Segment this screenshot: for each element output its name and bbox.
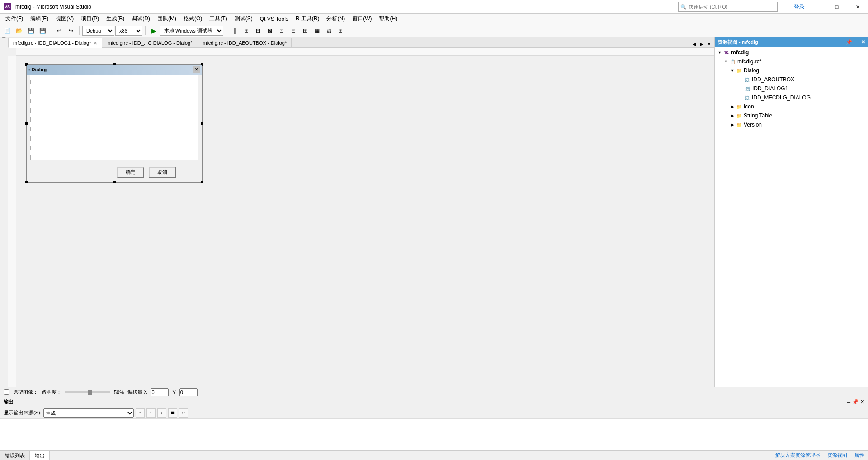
new-file-button[interactable]: 📄: [2, 25, 13, 36]
menu-test[interactable]: 测试(S): [231, 14, 256, 24]
tab-aboutbox[interactable]: mfcdlg.rc - IDD_ABOUTBOX - Dialog*: [198, 38, 292, 47]
resize-handle-bl[interactable]: [25, 181, 28, 183]
save-button[interactable]: 💾: [25, 25, 36, 36]
tree-idd-dialog1[interactable]: 🖼 IDD_DIALOG1: [715, 84, 868, 93]
toolbar-btn-13[interactable]: ▧: [323, 25, 334, 36]
output-stop-btn[interactable]: ⏹: [168, 408, 177, 418]
resize-handle-br[interactable]: [201, 181, 203, 183]
resize-handle-ml[interactable]: [25, 122, 28, 125]
platform-dropdown[interactable]: x86 x64: [115, 26, 142, 36]
tree-idd-mfcdlg[interactable]: 🖼 IDD_MFCDLG_DIALOG: [715, 93, 868, 102]
expand-dialog[interactable]: ▼: [729, 67, 736, 74]
config-dropdown[interactable]: Debug Release: [82, 26, 114, 36]
tree-idd-aboutbox[interactable]: 🖼 IDD_ABOUTBOX: [715, 75, 868, 84]
output-pin-btn[interactable]: 📌: [852, 399, 859, 405]
menu-file[interactable]: 文件(F): [2, 14, 27, 24]
canvas-background[interactable]: ▪ Dialog ✕ 确定 取消: [16, 56, 714, 387]
toolbar-btn-14[interactable]: ⊞: [335, 25, 346, 36]
expand-icon-group[interactable]: ▶: [729, 103, 736, 110]
minimize-button[interactable]: ─: [806, 0, 826, 14]
tab-scroll-right[interactable]: ▶: [698, 40, 705, 47]
tree-icon-group[interactable]: ▶ 📁 Icon: [715, 102, 868, 111]
toolbar-sep-2: [79, 26, 80, 35]
tab-dialog1-close[interactable]: ✕: [94, 41, 97, 46]
tab-g-dialog[interactable]: mfcdlg.rc - IDD_...G DIALOG - Dialog*: [103, 38, 197, 47]
quick-launch-input[interactable]: [689, 4, 777, 9]
toolbar-btn-11[interactable]: ⊞: [300, 25, 311, 36]
resource-view-close[interactable]: ✕: [861, 39, 865, 45]
toolbar-btn-10[interactable]: ⊟: [288, 25, 299, 36]
toolbar-btn-6[interactable]: ⊞: [241, 25, 252, 36]
project-icon: 🏗: [723, 49, 730, 56]
tab-dropdown[interactable]: ▾: [705, 40, 712, 47]
menu-qt[interactable]: Qt VS Tools: [256, 14, 292, 24]
expand-rc[interactable]: ▼: [723, 58, 729, 65]
toolbar-btn-9[interactable]: ⊡: [276, 25, 287, 36]
expand-version[interactable]: ▶: [729, 122, 736, 128]
run-button[interactable]: ▶: [148, 25, 159, 36]
toolbar-btn-7[interactable]: ⊟: [253, 25, 264, 36]
output-close-btn[interactable]: ✕: [860, 399, 864, 405]
close-button[interactable]: ✕: [847, 0, 868, 14]
dialog-icon: ▪: [28, 67, 30, 72]
expand-string-table[interactable]: ▶: [729, 113, 736, 119]
tree-idd-aboutbox-label: IDD_ABOUTBOX: [752, 76, 794, 83]
resource-view-minimize[interactable]: ─: [855, 39, 859, 45]
maximize-button[interactable]: □: [826, 0, 847, 14]
menu-team[interactable]: 团队(M): [154, 14, 180, 24]
menu-view[interactable]: 视图(V): [52, 14, 77, 24]
bottom-tab-output[interactable]: 输出: [30, 451, 50, 460]
properties-link[interactable]: 属性: [854, 452, 864, 459]
solution-explorer-link[interactable]: 解决方案资源管理器: [775, 452, 820, 459]
menu-format[interactable]: 格式(O): [180, 14, 206, 24]
output-up-btn[interactable]: ↑: [146, 408, 156, 418]
dialog-window[interactable]: ▪ Dialog ✕ 确定 取消: [26, 64, 203, 183]
opacity-slider-thumb[interactable]: [88, 390, 92, 395]
resource-view-pin[interactable]: 📌: [846, 39, 852, 45]
open-button[interactable]: 📂: [14, 25, 24, 36]
save-all-button[interactable]: 💾: [37, 25, 48, 36]
resize-handle-bc[interactable]: [113, 181, 116, 183]
offset-y-input[interactable]: [179, 388, 198, 396]
undo-button[interactable]: ↩: [54, 25, 65, 36]
output-down-btn[interactable]: ↓: [157, 408, 166, 418]
menu-tools[interactable]: 工具(T): [206, 14, 231, 24]
tree-dialog-group[interactable]: ▼ 📁 Dialog: [715, 66, 868, 75]
tree-idd-mfcdlg-label: IDD_MFCDLG_DIALOG: [752, 94, 811, 101]
tree-root[interactable]: ▼ 🏗 mfcdlg: [715, 48, 868, 57]
tree-version-group[interactable]: ▶ 📁 Version: [715, 120, 868, 129]
menu-build[interactable]: 生成(B): [103, 14, 128, 24]
offset-x-input[interactable]: [151, 388, 169, 396]
redo-button[interactable]: ↪: [66, 25, 76, 36]
menu-analyze[interactable]: 分析(N): [323, 14, 349, 24]
tree-rc-file[interactable]: ▼ 📋 mfcdlg.rc*: [715, 57, 868, 66]
toolbar-btn-8[interactable]: ⊠: [264, 25, 275, 36]
output-source-select[interactable]: 生成: [43, 408, 134, 418]
toolbar-btn-5[interactable]: ‖: [229, 25, 240, 36]
run-target-dropdown[interactable]: 本地 Windows 调试器: [160, 26, 223, 36]
menu-help[interactable]: 帮助(H): [375, 14, 401, 24]
resource-view-link[interactable]: 资源视图: [827, 452, 847, 459]
tab-dialog1[interactable]: mfcdlg.rc - IDD_DIALOG1 - Dialog* ✕: [8, 38, 102, 48]
dialog-ok-button[interactable]: 确定: [117, 167, 144, 178]
output-wrap-btn[interactable]: ↩: [179, 408, 188, 418]
login-link[interactable]: 登录: [794, 3, 805, 11]
output-minimize-btn[interactable]: ─: [847, 399, 850, 405]
menu-debug[interactable]: 调试(D): [128, 14, 154, 24]
menu-project[interactable]: 项目(P): [77, 14, 103, 24]
resize-handle-mr[interactable]: [201, 122, 203, 125]
expand-root[interactable]: ▼: [717, 49, 723, 56]
menu-window[interactable]: 窗口(W): [349, 14, 375, 24]
tree-string-table-group[interactable]: ▶ 📁 String Table: [715, 111, 868, 120]
tab-scroll-left[interactable]: ◀: [691, 40, 698, 47]
output-clear-btn[interactable]: ↑: [136, 408, 145, 418]
menu-r-tools[interactable]: R 工具(R): [292, 14, 323, 24]
dialog-close-btn[interactable]: ✕: [193, 66, 200, 73]
resource-view-header: 资源视图 - mfcdlg 📌 ─ ✕: [715, 37, 868, 47]
bottom-tab-errors[interactable]: 错误列表: [0, 451, 30, 460]
dialog-cancel-button[interactable]: 取消: [149, 167, 176, 178]
output-header: 输出 ─ 📌 ✕: [0, 397, 868, 407]
prototype-checkbox[interactable]: [4, 389, 9, 395]
menu-edit[interactable]: 编辑(E): [27, 14, 52, 24]
toolbar-btn-12[interactable]: ▦: [311, 25, 322, 36]
